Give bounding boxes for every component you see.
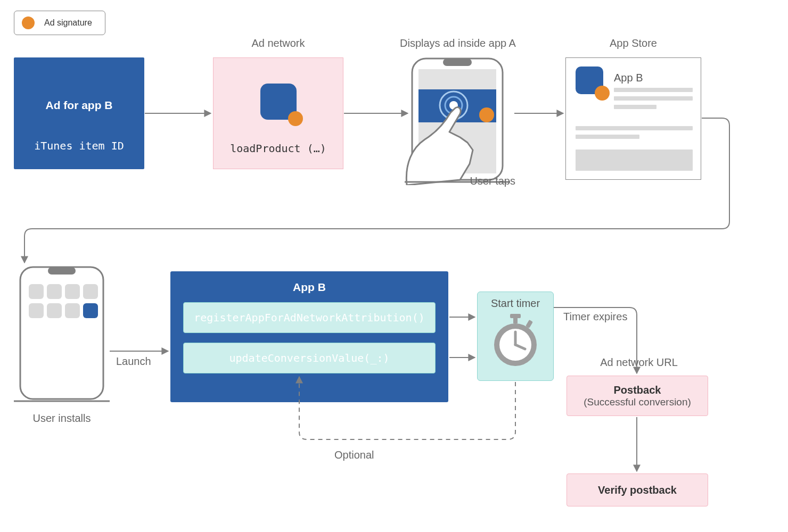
ad-signature-dot-icon [288, 111, 303, 126]
fn-update-conversion: updateConversionValue(_:) [183, 343, 436, 373]
app-store-app-title: App B [614, 72, 643, 84]
svg-rect-17 [65, 303, 80, 318]
svg-rect-20 [510, 314, 521, 318]
svg-point-7 [479, 107, 494, 122]
launch-label: Launch [116, 355, 151, 368]
svg-rect-18 [83, 303, 98, 318]
node-phone-user-installs: User installs [14, 266, 110, 404]
placeholder-line [576, 126, 693, 130]
ad-signature-dot-icon [22, 16, 35, 29]
node-start-timer: Start timer [477, 292, 554, 381]
svg-rect-10 [48, 267, 76, 275]
ad-network-url-label: Ad network URL [570, 356, 708, 369]
node-verify-postback: Verify postback [567, 473, 708, 506]
node-postback: Postback (Successful conversion) [567, 376, 708, 416]
postback-subtitle: (Successful conversion) [584, 396, 691, 408]
ad-network-label: Ad network [213, 37, 343, 49]
phone-homescreen-icon [14, 266, 110, 404]
node-app-b: App B registerAppForAdNetworkAttribution… [170, 271, 448, 402]
svg-rect-21 [513, 318, 518, 323]
placeholder-block [576, 149, 693, 171]
svg-rect-2 [443, 59, 472, 66]
node-app-store: App B [565, 57, 701, 180]
svg-rect-13 [65, 284, 80, 299]
svg-rect-12 [47, 284, 62, 299]
placeholder-line [614, 96, 693, 101]
svg-rect-16 [47, 303, 62, 318]
node-phone-displays-ad: User taps [401, 57, 513, 185]
user-taps-caption: User taps [470, 175, 515, 187]
app-icon [576, 66, 603, 94]
svg-rect-11 [29, 284, 44, 299]
start-timer-label: Start timer [478, 292, 553, 310]
phone-tap-icon [401, 57, 513, 185]
user-installs-caption: User installs [14, 412, 110, 425]
postback-title: Postback [614, 384, 661, 396]
ad-signature-dot-icon [595, 86, 610, 101]
legend-label: Ad signature [44, 18, 92, 28]
stopwatch-icon [489, 312, 542, 370]
optional-label: Optional [334, 449, 374, 461]
placeholder-line [614, 88, 693, 92]
node-ad-network: loadProduct (…) [213, 57, 343, 169]
placeholder-line [576, 135, 639, 139]
placeholder-line [614, 105, 656, 109]
node-ad-for-app-b: Ad for app B iTunes item ID [14, 57, 144, 169]
ad-for-app-b-subtitle: iTunes item ID [14, 139, 144, 152]
app-icon [260, 84, 297, 120]
svg-rect-15 [29, 303, 44, 318]
ad-for-app-b-title: Ad for app B [14, 99, 144, 112]
load-product-code: loadProduct (…) [214, 142, 343, 155]
displays-ad-label: Displays ad inside app A [389, 37, 527, 49]
app-store-label: App Store [565, 37, 701, 49]
timer-expires-label: Timer expires [563, 311, 627, 323]
fn-register: registerAppForAdNetworkAttribution() [183, 302, 436, 333]
svg-rect-14 [83, 284, 98, 299]
app-b-title: App B [170, 271, 448, 294]
legend-ad-signature: Ad signature [14, 11, 105, 35]
